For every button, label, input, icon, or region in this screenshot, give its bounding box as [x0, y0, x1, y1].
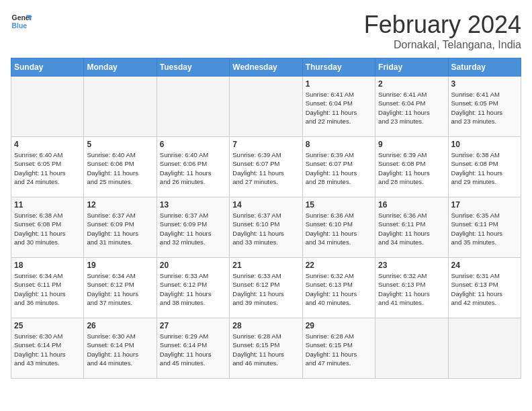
day-number: 12 — [87, 200, 153, 210]
table-row: 18Sunrise: 6:34 AM Sunset: 6:11 PM Dayli… — [11, 258, 84, 318]
table-row: 26Sunrise: 6:30 AM Sunset: 6:14 PM Dayli… — [84, 318, 157, 379]
table-row: 3Sunrise: 6:41 AM Sunset: 6:05 PM Daylig… — [448, 77, 521, 137]
day-info: Sunrise: 6:30 AM Sunset: 6:14 PM Dayligh… — [87, 332, 153, 367]
day-info: Sunrise: 6:37 AM Sunset: 6:10 PM Dayligh… — [232, 211, 299, 246]
calendar-week-row: 1Sunrise: 6:41 AM Sunset: 6:04 PM Daylig… — [11, 77, 521, 137]
day-number: 8 — [306, 140, 372, 149]
day-number: 27 — [160, 321, 226, 330]
day-number: 23 — [378, 261, 445, 270]
day-info: Sunrise: 6:37 AM Sunset: 6:09 PM Dayligh… — [87, 211, 153, 246]
day-info: Sunrise: 6:40 AM Sunset: 6:05 PM Dayligh… — [14, 150, 81, 186]
table-row: 29Sunrise: 6:28 AM Sunset: 6:15 PM Dayli… — [302, 318, 375, 379]
header-friday: Friday — [375, 58, 448, 77]
day-number: 14 — [232, 200, 299, 210]
day-number: 18 — [14, 261, 81, 270]
calendar-header-row: Sunday Monday Tuesday Wednesday Thursday… — [11, 58, 521, 77]
day-info: Sunrise: 6:32 AM Sunset: 6:13 PM Dayligh… — [378, 271, 445, 307]
day-info: Sunrise: 6:39 AM Sunset: 6:07 PM Dayligh… — [306, 150, 372, 186]
header-monday: Monday — [84, 58, 157, 77]
day-info: Sunrise: 6:32 AM Sunset: 6:13 PM Dayligh… — [306, 271, 372, 307]
table-row: 12Sunrise: 6:37 AM Sunset: 6:09 PM Dayli… — [84, 197, 157, 258]
day-number: 22 — [306, 261, 372, 270]
table-row: 7Sunrise: 6:39 AM Sunset: 6:07 PM Daylig… — [230, 137, 302, 197]
calendar-week-row: 18Sunrise: 6:34 AM Sunset: 6:11 PM Dayli… — [11, 258, 521, 318]
day-number: 1 — [306, 79, 372, 89]
table-row — [84, 77, 157, 137]
calendar-week-row: 11Sunrise: 6:38 AM Sunset: 6:08 PM Dayli… — [11, 197, 521, 258]
day-info: Sunrise: 6:38 AM Sunset: 6:08 PM Dayligh… — [451, 150, 518, 186]
table-row: 22Sunrise: 6:32 AM Sunset: 6:13 PM Dayli… — [302, 258, 375, 318]
table-row — [230, 77, 302, 137]
logo: General Blue — [11, 11, 32, 32]
table-row: 23Sunrise: 6:32 AM Sunset: 6:13 PM Dayli… — [375, 258, 448, 318]
day-number: 2 — [378, 79, 445, 89]
day-number: 6 — [160, 140, 226, 149]
day-number: 4 — [14, 140, 81, 149]
day-number: 24 — [451, 261, 518, 270]
day-number: 20 — [160, 261, 226, 270]
logo-icon: General Blue — [11, 11, 32, 32]
day-info: Sunrise: 6:39 AM Sunset: 6:08 PM Dayligh… — [378, 150, 445, 186]
calendar-subtitle: Dornakal, Telangana, India — [364, 39, 521, 51]
header-tuesday: Tuesday — [157, 58, 229, 77]
title-section: February 2024 Dornakal, Telangana, India — [364, 11, 521, 51]
header-saturday: Saturday — [448, 58, 521, 77]
table-row: 13Sunrise: 6:37 AM Sunset: 6:09 PM Dayli… — [157, 197, 229, 258]
day-number: 9 — [378, 140, 445, 149]
day-info: Sunrise: 6:40 AM Sunset: 6:06 PM Dayligh… — [87, 150, 153, 186]
table-row — [157, 77, 229, 137]
header-thursday: Thursday — [302, 58, 375, 77]
day-number: 28 — [232, 321, 299, 330]
day-info: Sunrise: 6:36 AM Sunset: 6:10 PM Dayligh… — [306, 211, 372, 246]
calendar-table: Sunday Monday Tuesday Wednesday Thursday… — [11, 58, 521, 379]
day-number: 10 — [451, 140, 518, 149]
day-number: 16 — [378, 200, 445, 210]
header-sunday: Sunday — [11, 58, 84, 77]
table-row — [375, 318, 448, 379]
day-info: Sunrise: 6:37 AM Sunset: 6:09 PM Dayligh… — [160, 211, 226, 246]
day-info: Sunrise: 6:28 AM Sunset: 6:15 PM Dayligh… — [232, 332, 299, 367]
table-row: 9Sunrise: 6:39 AM Sunset: 6:08 PM Daylig… — [375, 137, 448, 197]
day-info: Sunrise: 6:30 AM Sunset: 6:14 PM Dayligh… — [14, 332, 81, 367]
table-row: 16Sunrise: 6:36 AM Sunset: 6:11 PM Dayli… — [375, 197, 448, 258]
table-row: 15Sunrise: 6:36 AM Sunset: 6:10 PM Dayli… — [302, 197, 375, 258]
day-number: 7 — [232, 140, 299, 149]
day-number: 17 — [451, 200, 518, 210]
table-row — [448, 318, 521, 379]
table-row: 28Sunrise: 6:28 AM Sunset: 6:15 PM Dayli… — [230, 318, 302, 379]
table-row: 20Sunrise: 6:33 AM Sunset: 6:12 PM Dayli… — [157, 258, 229, 318]
day-info: Sunrise: 6:33 AM Sunset: 6:12 PM Dayligh… — [232, 271, 299, 307]
day-number: 29 — [306, 321, 372, 330]
day-info: Sunrise: 6:41 AM Sunset: 6:04 PM Dayligh… — [378, 90, 445, 126]
day-number: 11 — [14, 200, 81, 210]
day-number: 21 — [232, 261, 299, 270]
header-wednesday: Wednesday — [230, 58, 302, 77]
day-number: 26 — [87, 321, 153, 330]
day-info: Sunrise: 6:41 AM Sunset: 6:04 PM Dayligh… — [306, 90, 372, 126]
day-info: Sunrise: 6:35 AM Sunset: 6:11 PM Dayligh… — [451, 211, 518, 246]
day-number: 19 — [87, 261, 153, 270]
day-info: Sunrise: 6:33 AM Sunset: 6:12 PM Dayligh… — [160, 271, 226, 307]
day-number: 15 — [306, 200, 372, 210]
table-row: 5Sunrise: 6:40 AM Sunset: 6:06 PM Daylig… — [84, 137, 157, 197]
svg-text:Blue: Blue — [12, 22, 28, 30]
table-row — [11, 77, 84, 137]
day-info: Sunrise: 6:40 AM Sunset: 6:06 PM Dayligh… — [160, 150, 226, 186]
day-number: 25 — [14, 321, 81, 330]
table-row: 10Sunrise: 6:38 AM Sunset: 6:08 PM Dayli… — [448, 137, 521, 197]
calendar-title: February 2024 — [364, 11, 521, 39]
table-row: 11Sunrise: 6:38 AM Sunset: 6:08 PM Dayli… — [11, 197, 84, 258]
table-row: 2Sunrise: 6:41 AM Sunset: 6:04 PM Daylig… — [375, 77, 448, 137]
page-header: General Blue February 2024 Dornakal, Tel… — [11, 11, 521, 51]
table-row: 25Sunrise: 6:30 AM Sunset: 6:14 PM Dayli… — [11, 318, 84, 379]
table-row: 21Sunrise: 6:33 AM Sunset: 6:12 PM Dayli… — [230, 258, 302, 318]
day-number: 13 — [160, 200, 226, 210]
table-row: 14Sunrise: 6:37 AM Sunset: 6:10 PM Dayli… — [230, 197, 302, 258]
calendar-week-row: 4Sunrise: 6:40 AM Sunset: 6:05 PM Daylig… — [11, 137, 521, 197]
day-info: Sunrise: 6:36 AM Sunset: 6:11 PM Dayligh… — [378, 211, 445, 246]
table-row: 19Sunrise: 6:34 AM Sunset: 6:12 PM Dayli… — [84, 258, 157, 318]
table-row: 17Sunrise: 6:35 AM Sunset: 6:11 PM Dayli… — [448, 197, 521, 258]
day-info: Sunrise: 6:39 AM Sunset: 6:07 PM Dayligh… — [232, 150, 299, 186]
table-row: 8Sunrise: 6:39 AM Sunset: 6:07 PM Daylig… — [302, 137, 375, 197]
table-row: 27Sunrise: 6:29 AM Sunset: 6:14 PM Dayli… — [157, 318, 229, 379]
